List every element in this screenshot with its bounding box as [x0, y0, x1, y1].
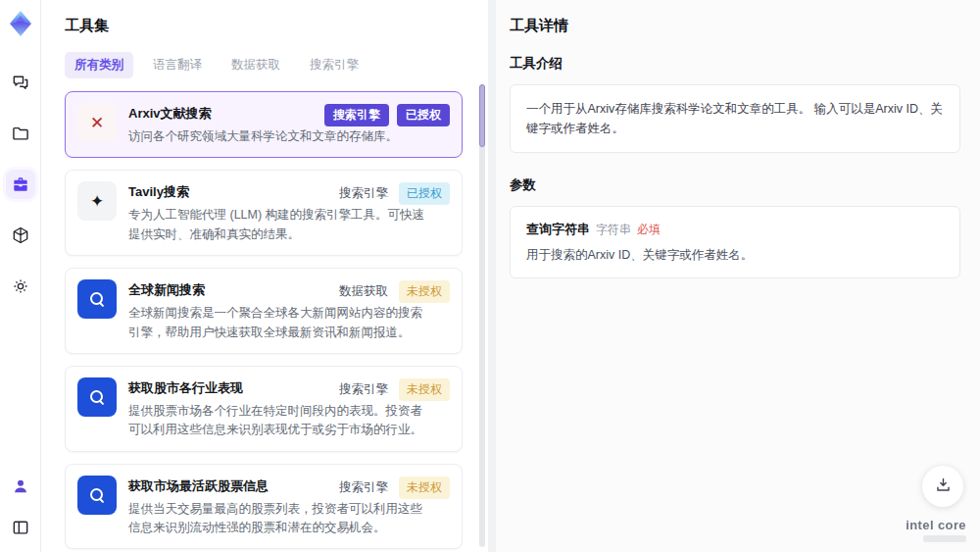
category-tab[interactable]: 数据获取: [221, 52, 290, 78]
tool-description: 提供当天交易量最高的股票列表，投资者可以利用这些信息来识别流动性强的股票和潜在的…: [128, 500, 428, 538]
cube-icon: [11, 226, 30, 245]
user-avatar-button[interactable]: [6, 472, 35, 501]
tool-card[interactable]: 获取股市各行业表现 提供股票市场各个行业在特定时间段内的表现。投资者可以利用这些…: [65, 366, 463, 452]
category-tabs: 所有类别 语言翻译 数据获取 搜索引擎: [65, 52, 478, 78]
folder-icon: [11, 124, 30, 143]
intro-heading: 工具介绍: [510, 55, 960, 73]
sidebar-item-settings[interactable]: [6, 272, 35, 301]
param-description: 用于搜索的Arxiv ID、关键字或作者姓名。: [526, 247, 944, 264]
tool-card[interactable]: ✕ Arxiv文献搜索 访问各个研究领域大量科学论文和文章的存储库。 搜索引擎 …: [65, 91, 463, 158]
tool-card[interactable]: ✦ Tavily搜索 专为人工智能代理 (LLM) 构建的搜索引擎工具。可快速提…: [65, 170, 463, 256]
category-tab[interactable]: 搜索引擎: [300, 52, 368, 78]
param-name: 查询字符串: [526, 222, 590, 236]
news-search-icon: [77, 377, 117, 417]
tool-description: 专为人工智能代理 (LLM) 构建的搜索引擎工具。可快速提供实时、准确和真实的结…: [128, 206, 428, 244]
news-search-icon: [77, 279, 117, 319]
param-type: 字符串: [596, 223, 631, 236]
panel-icon: [11, 518, 30, 537]
icon-rail: [0, 0, 41, 552]
tool-description: 访问各个研究领域大量科学论文和文章的存储库。: [128, 127, 428, 146]
news-search-icon: [77, 476, 117, 515]
param-required-flag: 必填: [637, 223, 661, 236]
params-box: 查询字符串字符串必填 用于搜索的Arxiv ID、关键字或作者姓名。: [510, 206, 960, 278]
app-window: 工具集 所有类别 语言翻译 数据获取 搜索引擎 ✕ Arxiv文献搜索 访问各个…: [0, 0, 980, 552]
rail-nav: [6, 68, 35, 301]
detail-title: 工具详情: [510, 17, 960, 35]
intro-text: 一个用于从Arxiv存储库搜索科学论文和文章的工具。 输入可以是Arxiv ID…: [526, 99, 944, 138]
brand-text: intel core: [906, 518, 966, 532]
tool-auth-badge: 未授权: [399, 477, 450, 499]
params-heading: 参数: [510, 176, 960, 194]
page-title: 工具集: [65, 17, 478, 35]
tool-category-label: 数据获取: [339, 283, 388, 300]
category-tab[interactable]: 所有类别: [65, 52, 133, 78]
tool-category-label: 搜索引擎: [339, 381, 388, 398]
download-icon: [934, 476, 953, 498]
chat-icon: [11, 73, 30, 92]
tool-auth-badge: 未授权: [399, 280, 450, 303]
tool-description: 全球新闻搜索是一个聚合全球各大新闻网站内容的搜索引擎，帮助用户快速获取全球最新资…: [128, 304, 428, 342]
intro-box: 一个用于从Arxiv存储库搜索科学论文和文章的工具。 输入可以是Arxiv ID…: [510, 84, 960, 153]
sidebar-item-models[interactable]: [6, 221, 35, 250]
tool-description: 提供股票市场各个行业在特定时间段内的表现。投资者可以利用这些信息来识别表现优于或…: [128, 402, 428, 440]
sidebar-item-files[interactable]: [6, 119, 35, 148]
tool-category-label: 搜索引擎: [339, 185, 388, 202]
sidebar-item-toolbox[interactable]: [6, 170, 35, 199]
tool-category-label: 搜索引擎: [339, 479, 388, 496]
tool-auth-badge: 未授权: [399, 378, 450, 401]
tavily-star-icon: ✦: [77, 181, 117, 221]
param-row: 查询字符串字符串必填 用于搜索的Arxiv ID、关键字或作者姓名。: [526, 221, 944, 264]
tool-auth-badge: 已授权: [399, 182, 450, 205]
sidebar-item-chat[interactable]: [6, 68, 35, 97]
arxiv-icon: ✕: [77, 103, 117, 142]
tool-card[interactable]: 全球新闻搜索 全球新闻搜索是一个聚合全球各大新闻网站内容的搜索引擎，帮助用户快速…: [65, 268, 463, 354]
gear-icon: [11, 276, 30, 296]
toolset-panel: 工具集 所有类别 语言翻译 数据获取 搜索引擎 ✕ Arxiv文献搜索 访问各个…: [41, 0, 488, 552]
briefcase-icon: [11, 175, 30, 194]
tool-auth-badge: 已授权: [397, 104, 450, 126]
user-icon: [11, 477, 30, 496]
brand-watermark: [923, 535, 966, 542]
category-tab[interactable]: 语言翻译: [143, 52, 212, 78]
list-scrollbar: [479, 84, 485, 547]
intel-core-logo: intel core: [906, 518, 966, 542]
rail-bottom: [6, 472, 35, 542]
tool-category-label: 搜索引擎: [324, 104, 389, 126]
collapse-panel-button[interactable]: [6, 513, 35, 542]
app-logo-icon: [6, 9, 35, 38]
tool-list: ✕ Arxiv文献搜索 访问各个研究领域大量科学论文和文章的存储库。 搜索引擎 …: [65, 91, 478, 552]
scrollbar-thumb[interactable]: [479, 84, 485, 147]
tool-card[interactable]: 获取市场最活跃股票信息 提供当天交易量最高的股票列表，投资者可以利用这些信息来识…: [65, 464, 463, 550]
download-button[interactable]: [922, 466, 963, 507]
tool-detail-panel: 工具详情 工具介绍 一个用于从Arxiv存储库搜索科学论文和文章的工具。 输入可…: [496, 0, 980, 552]
